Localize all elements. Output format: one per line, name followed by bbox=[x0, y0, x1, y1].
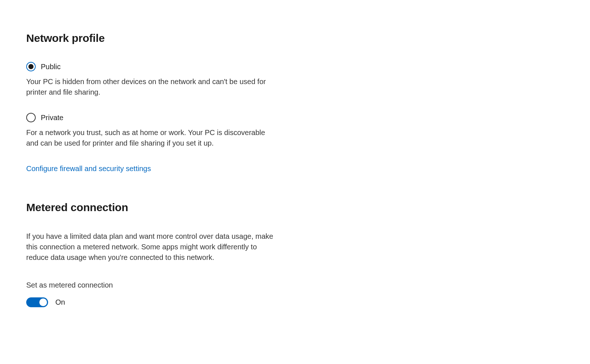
metered-toggle-row: On bbox=[26, 297, 564, 307]
radio-private-description: For a network you trust, such as at home… bbox=[26, 127, 274, 149]
metered-connection-heading: Metered connection bbox=[26, 201, 564, 214]
radio-unselected-icon bbox=[26, 113, 36, 122]
radio-dot-icon bbox=[28, 64, 34, 69]
radio-public-label: Public bbox=[41, 63, 60, 71]
radio-option-private: Private For a network you trust, such as… bbox=[26, 113, 564, 149]
radio-private[interactable]: Private bbox=[26, 113, 564, 122]
radio-selected-icon bbox=[26, 62, 36, 71]
radio-option-public: Public Your PC is hidden from other devi… bbox=[26, 62, 564, 98]
network-profile-section: Network profile Public Your PC is hidden… bbox=[26, 32, 564, 173]
network-profile-radio-group: Public Your PC is hidden from other devi… bbox=[26, 62, 564, 149]
toggle-knob-icon bbox=[39, 298, 47, 306]
firewall-settings-link[interactable]: Configure firewall and security settings bbox=[26, 165, 151, 173]
metered-connection-description: If you have a limited data plan and want… bbox=[26, 231, 278, 263]
metered-toggle-label: Set as metered connection bbox=[26, 281, 564, 289]
radio-public[interactable]: Public bbox=[26, 62, 564, 71]
metered-connection-section: Metered connection If you have a limited… bbox=[26, 201, 564, 307]
metered-toggle-switch[interactable] bbox=[26, 297, 48, 307]
metered-toggle-state: On bbox=[55, 298, 65, 306]
network-profile-heading: Network profile bbox=[26, 32, 564, 44]
radio-public-description: Your PC is hidden from other devices on … bbox=[26, 76, 274, 98]
radio-private-label: Private bbox=[41, 114, 63, 122]
